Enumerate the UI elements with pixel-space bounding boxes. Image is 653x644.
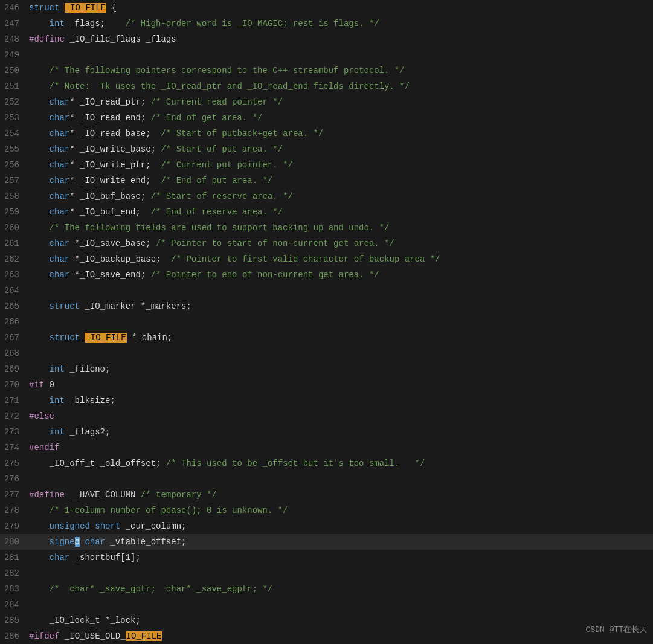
line-content (27, 346, 653, 361)
code-span: /* End of put area. */ (151, 176, 273, 185)
line-content: int _flags2; (27, 424, 653, 440)
table-row: 286#ifdef _IO_USE_OLD_IO_FILE (0, 628, 653, 644)
cursor-span: d (75, 537, 80, 547)
line-content (27, 471, 653, 487)
line-content: #define _IO_file_flags _flags (27, 31, 653, 47)
line-number: 254 (0, 126, 27, 141)
line-content: char *_IO_save_end; /* Pointer to end of… (27, 267, 653, 283)
code-span: /* Start of put area. */ (156, 144, 283, 154)
line-number: 262 (0, 251, 27, 267)
code-span: /* End of reserve area. */ (141, 207, 283, 217)
table-row: 246struct _IO_FILE { (0, 0, 653, 16)
table-row: 254 char* _IO_read_base; /* Start of put… (0, 126, 653, 141)
line-content: /* Note: Tk uses the _IO_read_ptr and _I… (27, 79, 653, 94)
code-span: short (90, 521, 120, 531)
line-number: 263 (0, 267, 27, 283)
line-number: 268 (0, 346, 27, 361)
line-number: 256 (0, 157, 27, 173)
line-number: 273 (0, 424, 27, 440)
code-span: #endif (29, 443, 59, 452)
code-span: char (29, 176, 69, 185)
table-row: 282 (0, 565, 653, 581)
line-number: 253 (0, 110, 27, 126)
line-content (27, 565, 653, 581)
code-span: /* This used to be _offset but it's too … (161, 459, 425, 468)
line-content: char* _IO_read_base; /* Start of putback… (27, 126, 653, 141)
code-span: _vtable_offset; (105, 537, 186, 547)
code-span: signe (29, 537, 75, 547)
line-number: 281 (0, 550, 27, 565)
code-span: /* Pointer to first valid character of b… (161, 254, 440, 264)
table-row: 267 struct _IO_FILE *_chain; (0, 330, 653, 346)
table-row: 266 (0, 314, 653, 330)
line-number: 277 (0, 487, 27, 503)
line-content: /* The following pointers correspond to … (27, 63, 653, 79)
line-number: 267 (0, 330, 27, 346)
line-number: 280 (0, 534, 27, 550)
table-row: 260 /* The following fields are used to … (0, 220, 653, 236)
code-span: * _IO_write_end; (69, 176, 150, 185)
line-content (27, 597, 653, 613)
line-number: 257 (0, 173, 27, 188)
code-span: char (80, 537, 105, 547)
highlight-span: _IO_FILE (85, 333, 126, 343)
code-span: /* Current put pointer. */ (151, 160, 293, 170)
table-row: 253 char* _IO_read_end; /* End of get ar… (0, 110, 653, 126)
code-span: /* 1+column number of pbase(); 0 is unkn… (50, 506, 288, 515)
table-row: 262 char *_IO_backup_base; /* Pointer to… (0, 251, 653, 267)
line-content: #define __HAVE_COLUMN /* temporary */ (27, 487, 653, 503)
table-row: 252 char* _IO_read_ptr; /* Current read … (0, 94, 653, 110)
code-span: char (29, 144, 69, 154)
code-span: _cur_column; (120, 521, 186, 531)
line-number: 255 (0, 141, 27, 157)
line-content (27, 47, 653, 63)
code-span (29, 66, 50, 76)
line-content: char* _IO_write_ptr; /* Current put poin… (27, 157, 653, 173)
table-row: 261 char *_IO_save_base; /* Pointer to s… (0, 236, 653, 251)
code-span: _flags; (69, 19, 105, 28)
highlight-span: IO_FILE (126, 631, 162, 641)
table-row: 274#endif (0, 440, 653, 456)
code-span: /* Start of putback+get area. */ (151, 129, 324, 138)
line-content: char *_IO_save_base; /* Pointer to start… (27, 236, 653, 251)
line-number: 260 (0, 220, 27, 236)
line-number: 258 (0, 188, 27, 204)
code-span: int (29, 19, 69, 28)
line-content: struct _IO_FILE *_chain; (27, 330, 653, 346)
line-number: 249 (0, 47, 27, 63)
line-number: 284 (0, 597, 27, 613)
line-content: char* _IO_read_ptr; /* Current read poin… (27, 94, 653, 110)
code-span: char (29, 113, 69, 123)
table-row: 277#define __HAVE_COLUMN /* temporary */ (0, 487, 653, 503)
line-number: 250 (0, 63, 27, 79)
table-row: 263 char *_IO_save_end; /* Pointer to en… (0, 267, 653, 283)
code-span: int (29, 364, 65, 374)
code-span: /* Current read pointer */ (146, 97, 283, 107)
code-span: _blksize; (65, 396, 115, 405)
code-span: 0 (44, 380, 54, 390)
line-number: 275 (0, 456, 27, 471)
code-span: int (29, 427, 65, 437)
line-number: 247 (0, 16, 27, 31)
code-span: { (106, 3, 117, 13)
table-row: 265 struct _IO_marker *_markers; (0, 298, 653, 314)
code-span: char (29, 270, 69, 280)
code-span: struct (29, 3, 65, 13)
line-number: 248 (0, 31, 27, 47)
code-span: #define (29, 490, 65, 500)
table-row: 268 (0, 346, 653, 361)
code-span (29, 506, 50, 515)
line-content: #endif (27, 440, 653, 456)
code-span: * _IO_write_base; (69, 144, 156, 154)
line-content: signed char _vtable_offset; (27, 534, 653, 550)
table-row: 275 _IO_off_t _old_offset; /* This used … (0, 456, 653, 471)
code-span: * _IO_buf_end; (69, 207, 141, 217)
line-number: 271 (0, 393, 27, 408)
line-content: #else (27, 408, 653, 424)
code-span: char (29, 129, 69, 138)
line-content: char* _IO_read_end; /* End of get area. … (27, 110, 653, 126)
line-number: 283 (0, 581, 27, 597)
code-span: /* char* _save_gptr; char* _save_egptr; … (50, 584, 273, 594)
line-content: struct _IO_FILE { (27, 0, 653, 16)
code-span: char (29, 254, 69, 264)
